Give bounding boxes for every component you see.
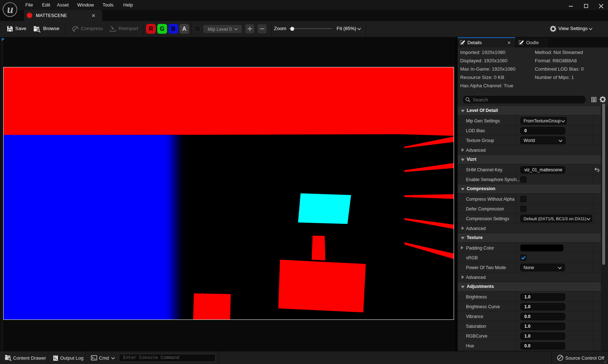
- svg-text:u: u: [7, 3, 13, 16]
